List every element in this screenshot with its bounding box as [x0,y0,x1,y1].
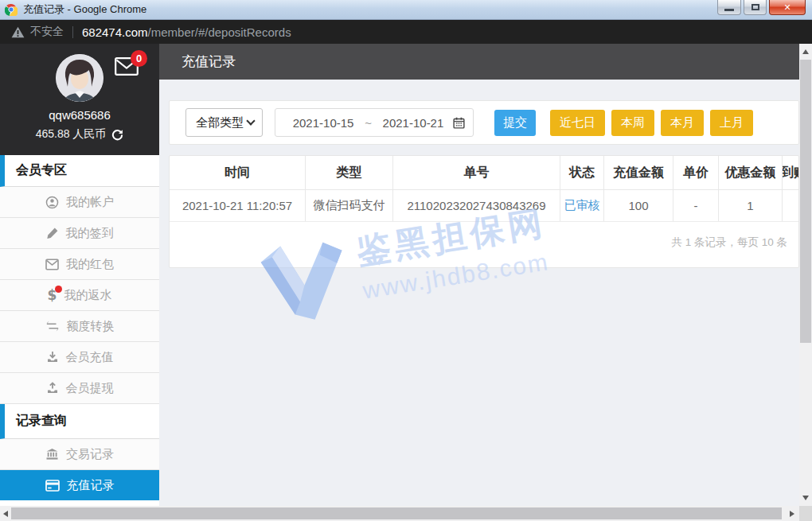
calendar-icon[interactable] [453,117,465,129]
security-label: 不安全 [30,25,64,39]
sidebar-section-member: 会员专区 [0,155,159,187]
sidebar-item-deposit-records[interactable]: 充值记录 [0,470,159,500]
type-select[interactable]: 全部类型 [185,108,263,137]
sidebar-item-label: 会员充值 [66,350,114,365]
sidebar-item-member-deposit[interactable]: 会员充值 [0,342,159,373]
balance-value: 465.88 人民币 [36,127,107,142]
arrow-left-icon [3,511,8,517]
sidebar-item-label: 充值记录 [67,478,115,493]
quick-thismonth-button[interactable]: 本月 [661,110,704,136]
window-titlebar: 充值记录 - Google Chrome ✕ [0,0,812,20]
date-to[interactable]: 2021-10-21 [373,116,453,130]
user-icon [45,196,59,209]
date-separator: ~ [363,116,373,130]
table-header-row: 时间 类型 单号 状态 充值金额 单价 优惠金额 到账金额 [170,156,798,190]
vertical-scrollbar-thumb[interactable] [800,60,811,343]
minimize-button[interactable] [717,0,741,15]
page-header: 充值记录 [159,44,799,80]
close-button[interactable]: ✕ [769,0,806,15]
filter-panel: 全部类型 2021-10-15 ~ 2021-10-21 提交 近七日 本周 本… [169,100,799,145]
sidebar-item-label: 我的返水 [64,288,111,303]
sidebar: 0 qqw685686 465.88 人民币 会员专区 我的帐户 我的签到 我的… [0,44,159,506]
sidebar-item-quota-transfer[interactable]: 额度转换 [0,311,159,342]
scroll-up-button[interactable] [799,45,812,58]
upload-icon [46,382,59,395]
col-header-orderno: 单号 [393,156,560,189]
horizontal-scrollbar-thumb[interactable] [11,507,782,519]
notification-dot [55,286,62,293]
sidebar-section-records: 记录查询 [0,404,159,439]
scrollbar-corner [799,506,812,521]
sidebar-item-label: 交易记录 [66,447,114,462]
cell-orderno: 211020232027430843269 [393,190,560,221]
card-icon [45,480,60,492]
page-title: 充值记录 [182,52,236,71]
col-header-type: 类型 [306,156,393,189]
quick-thisweek-button[interactable]: 本周 [611,110,654,136]
sidebar-item-label: 会员提现 [66,381,114,396]
sidebar-item-my-account[interactable]: 我的帐户 [0,187,159,218]
dollar-icon: $ [48,287,57,303]
username: qqw685686 [49,108,111,122]
maximize-button[interactable] [744,0,767,15]
scroll-right-button[interactable] [787,506,798,521]
window-title: 充值记录 - Google Chrome [23,2,146,17]
date-range-input[interactable]: 2021-10-15 ~ 2021-10-21 [275,108,474,137]
cell-unitprice: - [673,190,719,221]
mail-button[interactable]: 0 [115,57,139,79]
security-status[interactable]: 不安全 [11,25,64,39]
arrow-up-icon [802,49,809,54]
sidebar-item-label: 我的签到 [66,226,114,241]
address-separator [72,26,73,38]
scroll-down-button[interactable] [799,492,812,504]
sidebar-item-transaction-records[interactable]: 交易记录 [0,439,159,470]
sidebar-item-member-withdraw[interactable]: 会员提现 [0,373,159,404]
col-header-received: 到账金额 [783,156,799,189]
address-bar[interactable]: 不安全 682474.com/member/#/depositRecords [0,20,812,44]
scroll-left-button[interactable] [0,506,11,521]
download-icon [46,351,59,364]
col-header-time: 时间 [170,156,306,189]
swap-icon [45,321,60,332]
col-header-discount: 优惠金额 [719,156,783,189]
record-count-summary: 共 1 条记录，每页 10 条 [170,222,798,250]
cell-amount: 100 [604,190,673,221]
col-header-status: 状态 [560,156,604,189]
vertical-scrollbar[interactable] [799,44,812,506]
sidebar-item-my-rebate[interactable]: $ 我的返水 [0,280,159,311]
maximize-icon [751,4,759,10]
submit-button[interactable]: 提交 [494,110,536,136]
cell-time: 2021-10-21 11:20:57 [170,190,306,221]
profile-panel: 0 qqw685686 465.88 人民币 [0,44,159,155]
warning-icon [11,26,25,38]
quick-last7days-button[interactable]: 近七日 [550,110,605,136]
url-domain: 682474.com [82,25,148,39]
type-select-value: 全部类型 [196,115,244,130]
arrow-right-icon [790,511,794,517]
cell-discount: 1 [719,190,783,221]
browser-window: 充值记录 - Google Chrome ✕ 不安全 682474.com/me… [0,0,812,521]
arrow-down-icon [802,496,809,500]
horizontal-scrollbar[interactable] [0,506,799,521]
close-icon: ✕ [783,2,791,13]
quick-lastmonth-button[interactable]: 上月 [710,110,753,136]
chrome-logo-icon [5,3,18,16]
cell-type: 微信扫码支付 [306,190,393,221]
refresh-icon[interactable] [111,129,123,141]
sidebar-item-label: 我的帐户 [66,195,114,210]
pencil-icon [46,227,59,239]
main-content: 充值记录 全部类型 2021-10-15 ~ 2021-10-21 提交 近七日… [159,44,799,506]
date-from[interactable]: 2021-10-15 [283,116,363,130]
sidebar-item-label: 额度转换 [67,319,115,334]
sidebar-item-my-redpacket[interactable]: 我的红包 [0,249,159,280]
avatar [56,54,103,102]
balance: 465.88 人民币 [36,127,124,142]
table-row: 2021-10-21 11:20:57 微信扫码支付 2110202320274… [170,190,798,222]
minimize-icon [724,9,734,11]
bank-icon [45,448,59,461]
col-header-unitprice: 单价 [673,156,719,189]
mail-badge: 0 [131,50,147,67]
sidebar-item-my-checkin[interactable]: 我的签到 [0,218,159,249]
chevron-down-icon [246,116,255,125]
cell-received [783,190,799,221]
